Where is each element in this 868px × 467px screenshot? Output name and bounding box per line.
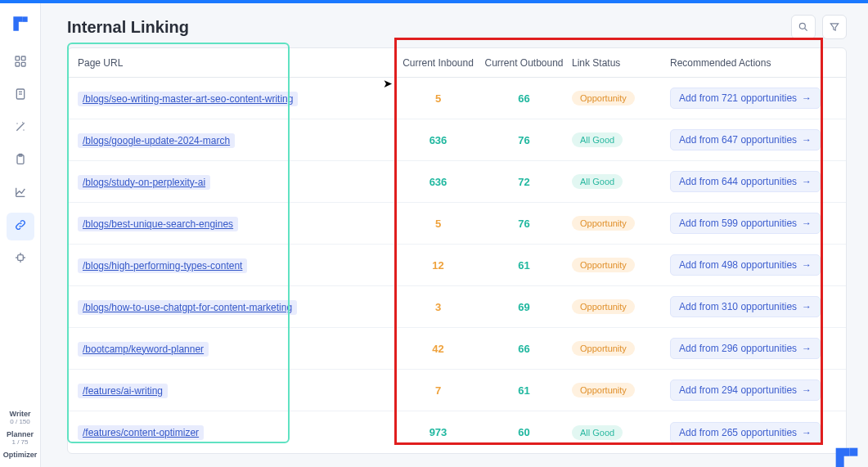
action-label: Add from 310 opportunities	[679, 301, 797, 312]
col-header-inbound[interactable]: Current Inbound	[395, 57, 481, 69]
sidebar-item-document[interactable]	[7, 82, 34, 110]
svg-point-8	[23, 129, 24, 130]
outbound-count: 76	[518, 134, 529, 146]
action-label: Add from 647 opportunities	[679, 134, 797, 146]
outbound-count: 60	[518, 426, 529, 438]
arrow-right-icon: →	[802, 301, 812, 312]
inbound-count: 636	[430, 134, 447, 146]
inbound-count: 636	[430, 176, 447, 188]
inbound-count: 973	[430, 426, 447, 438]
arrow-right-icon: →	[802, 259, 812, 271]
table-row: /blogs/seo-writing-master-art-seo-conten…	[68, 78, 846, 119]
outbound-count: 76	[518, 218, 529, 230]
sidebar-footer-sub: 1 / 75	[11, 438, 28, 446]
inbound-count: 5	[435, 92, 441, 105]
sidebar-item-magic-wand[interactable]	[7, 115, 34, 142]
document-icon	[14, 88, 27, 104]
filter-button[interactable]	[822, 15, 847, 39]
chip-icon	[14, 251, 27, 267]
add-opportunities-button[interactable]: Add from 644 opportunities→	[670, 171, 821, 192]
link-status-badge: All Good	[572, 425, 623, 440]
sidebar-item-chip[interactable]	[7, 245, 34, 273]
page-url-link[interactable]: /bootcamp/keyword-planner	[78, 342, 209, 357]
svg-rect-14	[17, 255, 23, 261]
page-url-link[interactable]: /blogs/high-performing-types-content	[78, 258, 247, 273]
svg-rect-2	[16, 62, 20, 66]
col-header-outbound[interactable]: Current Outbound	[481, 57, 567, 69]
link-status-badge: Opportunity	[572, 341, 635, 356]
link-status-badge: Opportunity	[572, 216, 635, 231]
table-row: /blogs/how-to-use-chatgpt-for-content-ma…	[68, 286, 846, 328]
page-url-link[interactable]: /blogs/google-update-2024-march	[78, 133, 235, 148]
col-header-status[interactable]: Link Status	[567, 57, 665, 69]
app-logo	[10, 13, 31, 34]
action-label: Add from 294 opportunities	[679, 384, 797, 396]
page-header: Internal Linking	[67, 15, 847, 39]
sidebar-footer-sub: 0 / 150	[10, 418, 29, 425]
page-title: Internal Linking	[67, 18, 189, 37]
page-url-link[interactable]: /blogs/study-on-perplexity-ai	[78, 175, 210, 190]
svg-point-7	[16, 123, 17, 123]
sidebar-item-dashboard[interactable]	[7, 49, 34, 77]
action-label: Add from 644 opportunities	[679, 176, 797, 187]
table-header: Page URL Current Inbound Current Outboun…	[68, 48, 846, 78]
svg-line-20	[805, 29, 807, 31]
sidebar-footer-label: Writer	[10, 410, 31, 418]
link-status-badge: Opportunity	[572, 383, 635, 397]
table-row: /blogs/study-on-perplexity-ai63672All Go…	[68, 161, 846, 203]
page-url-link[interactable]: /features/content-optimizer	[78, 425, 204, 440]
add-opportunities-button[interactable]: Add from 647 opportunities→	[670, 129, 821, 150]
header-actions	[791, 15, 847, 39]
sidebar-footer-label: Optimizer	[3, 451, 38, 459]
outbound-count: 61	[518, 384, 529, 397]
sidebar-item-chart[interactable]	[7, 180, 34, 208]
action-label: Add from 498 opportunities	[679, 259, 797, 271]
add-opportunities-button[interactable]: Add from 294 opportunities→	[670, 379, 821, 401]
arrow-right-icon: →	[802, 343, 812, 354]
search-button[interactable]	[791, 15, 816, 39]
inbound-count: 3	[435, 301, 441, 313]
sidebar-footer: Writer0 / 150Planner1 / 75Optimizer	[0, 405, 40, 467]
link-status-badge: All Good	[572, 132, 623, 147]
sidebar-item-clipboard[interactable]	[7, 147, 34, 175]
magic-wand-icon	[14, 120, 27, 137]
links-table: Page URL Current Inbound Current Outboun…	[67, 47, 847, 454]
outbound-count: 69	[518, 301, 529, 313]
table-row: /blogs/best-unique-search-engines576Oppo…	[68, 203, 846, 245]
arrow-right-icon: →	[802, 176, 812, 187]
dashboard-icon	[14, 55, 27, 71]
add-opportunities-button[interactable]: Add from 296 opportunities→	[670, 338, 821, 359]
svg-point-9	[22, 122, 23, 123]
add-opportunities-button[interactable]: Add from 310 opportunities→	[670, 296, 821, 317]
inbound-count: 7	[435, 384, 441, 397]
page-url-link[interactable]: /blogs/seo-writing-master-art-seo-conten…	[78, 92, 298, 106]
arrow-right-icon: →	[802, 134, 812, 146]
inbound-count: 12	[432, 259, 443, 272]
link-status-badge: Opportunity	[572, 258, 635, 272]
table-row: /bootcamp/keyword-planner4266Opportunity…	[68, 328, 846, 370]
arrow-right-icon: →	[802, 92, 812, 104]
col-header-actions[interactable]: Recommended Actions	[665, 57, 812, 69]
table-row: /features/content-optimizer97360All Good…	[68, 411, 846, 453]
action-label: Add from 265 opportunities	[679, 427, 797, 438]
page-url-link[interactable]: /blogs/how-to-use-chatgpt-for-content-ma…	[78, 300, 297, 315]
col-header-url[interactable]: Page URL	[68, 57, 395, 69]
add-opportunities-button[interactable]: Add from 599 opportunities→	[670, 213, 821, 234]
action-label: Add from 599 opportunities	[679, 218, 797, 229]
sidebar: Writer0 / 150Planner1 / 75Optimizer	[0, 3, 41, 467]
add-opportunities-button[interactable]: Add from 265 opportunities→	[670, 422, 821, 443]
add-opportunities-button[interactable]: Add from 498 opportunities→	[670, 254, 821, 276]
page-url-link[interactable]: /features/ai-writing	[78, 384, 168, 398]
svg-rect-1	[21, 56, 25, 61]
page-url-link[interactable]: /blogs/best-unique-search-engines	[78, 217, 238, 231]
search-icon	[798, 21, 809, 33]
sidebar-item-link[interactable]	[7, 213, 34, 240]
add-opportunities-button[interactable]: Add from 721 opportunities→	[670, 88, 821, 109]
outbound-count: 66	[518, 343, 529, 355]
sidebar-footer-label: Planner	[7, 430, 34, 438]
clipboard-icon	[14, 153, 27, 169]
chart-icon	[14, 186, 27, 202]
inbound-count: 42	[432, 343, 443, 355]
filter-icon	[829, 21, 840, 33]
link-status-badge: Opportunity	[572, 91, 635, 106]
